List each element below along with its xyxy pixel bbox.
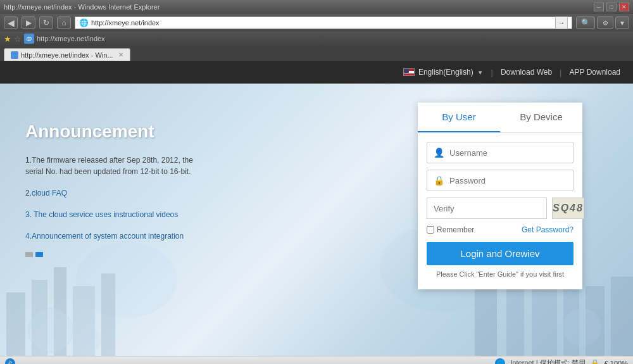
- tools-button[interactable]: ⚙: [597, 16, 613, 29]
- login-panel: By User By Device 👤 🔒 SQ48: [418, 103, 582, 289]
- zoom-level: € 100%: [605, 360, 628, 365]
- tab-by-device[interactable]: By Device: [500, 103, 582, 132]
- forward-button[interactable]: ▶: [22, 16, 35, 29]
- remember-row: Remember Get Password?: [427, 225, 573, 234]
- favorites-bar: ★ ☆ @ http://xmeye.net/index: [0, 32, 633, 46]
- announcement-item-1: 1.The firmware released after Sep 28th, …: [25, 154, 203, 177]
- tab-favicon: [11, 51, 18, 59]
- svg-rect-2: [6, 292, 25, 356]
- website-content: English(English) ▼ | Download Web | APP …: [0, 61, 633, 356]
- nav-divider: |: [491, 68, 493, 77]
- username-group[interactable]: 👤: [427, 142, 573, 163]
- tab-bar: http://xmeye.net/index - Win... ✕: [0, 46, 633, 61]
- announcement-list: 1.The firmware released after Sep 28th, …: [25, 154, 253, 242]
- status-globe-icon: 🌐: [495, 358, 505, 365]
- nav-bar: ◀ ▶ ↻ ⌂ 🌐 → 🔍 ⚙ ▼: [0, 14, 633, 32]
- svg-rect-12: [611, 277, 633, 356]
- cloud-faq-link[interactable]: cloud FAQ: [32, 189, 67, 198]
- title-bar-text: http://xmeye.net/index - Windows Interne…: [4, 3, 160, 11]
- verify-row: SQ48: [427, 198, 573, 219]
- close-button[interactable]: ✕: [619, 3, 629, 11]
- pagination: [25, 252, 253, 257]
- announcement-item-3[interactable]: 3. The cloud service uses instructional …: [25, 209, 203, 220]
- verify-input[interactable]: [427, 198, 547, 219]
- app-download-link[interactable]: APP Download: [570, 68, 621, 77]
- site-favicon: @: [24, 34, 34, 44]
- remember-left: Remember: [427, 225, 474, 234]
- svg-point-15: [563, 308, 601, 346]
- svg-rect-6: [101, 273, 115, 356]
- browser-window: http://xmeye.net/index - Windows Interne…: [0, 0, 633, 364]
- flag-blue: [404, 69, 409, 73]
- svg-rect-9: [532, 280, 557, 356]
- hero-section: Announcement 1.The firmware released aft…: [0, 84, 633, 356]
- svg-point-14: [76, 327, 101, 353]
- captcha-image[interactable]: SQ48: [552, 198, 584, 219]
- username-input[interactable]: [449, 148, 567, 158]
- get-password-link[interactable]: Get Password?: [522, 225, 573, 234]
- announcement-item-2[interactable]: 2.cloud FAQ: [25, 187, 203, 199]
- active-tab[interactable]: http://xmeye.net/index - Win... ✕: [4, 48, 130, 61]
- tab-close[interactable]: ✕: [118, 51, 123, 58]
- status-icon-lock: 🔒: [591, 359, 599, 364]
- login-form: 👤 🔒 SQ48 Remember: [418, 133, 582, 289]
- page-dot-1[interactable]: [25, 252, 33, 257]
- status-bar: e 🌐 Internet | 保护模式: 禁用 🔒 € 100%: [0, 356, 633, 364]
- address-fav-link[interactable]: http://xmeye.net/index: [37, 35, 105, 42]
- status-right: 🌐 Internet | 保护模式: 禁用 🔒 € 100%: [495, 358, 628, 365]
- announcement-title: Announcement: [25, 122, 253, 142]
- enter-guide-text: Please Click "Enter Guide" if you visit …: [427, 270, 573, 280]
- page-dot-2[interactable]: [35, 252, 43, 257]
- lock-icon: 🔒: [434, 175, 444, 185]
- search-button[interactable]: 🔍: [576, 16, 595, 29]
- svg-point-13: [28, 308, 73, 353]
- nav-divider-2: |: [560, 68, 561, 77]
- flag-icon: [403, 68, 415, 76]
- ann-item-2-text: 2.: [25, 189, 32, 198]
- status-left: e: [5, 358, 15, 365]
- refresh-button[interactable]: ↻: [39, 16, 53, 29]
- language-text: English(English): [418, 68, 473, 77]
- user-icon: 👤: [434, 147, 444, 158]
- language-selector[interactable]: English(English) ▼: [403, 68, 484, 77]
- cloud-service-link[interactable]: 3. The cloud service uses instructional …: [25, 210, 178, 219]
- address-input[interactable]: [91, 19, 553, 27]
- password-group[interactable]: 🔒: [427, 170, 573, 191]
- announcement-item-4[interactable]: 4.Announcement of system account integra…: [25, 230, 203, 242]
- remember-checkbox[interactable]: [427, 226, 434, 234]
- remember-label: Remember: [437, 225, 474, 234]
- add-favorite-star[interactable]: ★: [4, 34, 11, 44]
- ie-icon: e: [5, 358, 15, 365]
- status-zone-text: Internet | 保护模式: 禁用: [510, 358, 585, 364]
- account-integration-link[interactable]: 4.Announcement of system account integra…: [25, 232, 184, 241]
- download-web-link[interactable]: Download Web: [501, 68, 552, 77]
- title-bar: http://xmeye.net/index - Windows Interne…: [0, 0, 633, 14]
- login-button[interactable]: Login and Orewiev: [427, 242, 573, 265]
- go-button[interactable]: →: [555, 16, 568, 29]
- login-tabs: By User By Device: [418, 103, 582, 133]
- nav-extra-buttons: 🔍 ⚙ ▼: [576, 16, 629, 29]
- window-controls: ─ □ ✕: [594, 3, 629, 11]
- address-bar[interactable]: 🌐 →: [75, 16, 572, 29]
- password-input[interactable]: [449, 176, 567, 185]
- tab-title: http://xmeye.net/index - Win...: [21, 51, 113, 59]
- favorite-star-2[interactable]: ☆: [14, 34, 22, 44]
- minimize-button[interactable]: ─: [594, 3, 604, 11]
- back-button[interactable]: ◀: [4, 16, 18, 29]
- language-arrow: ▼: [477, 69, 484, 76]
- restore-button[interactable]: □: [606, 3, 617, 11]
- announcement-section: Announcement 1.The firmware released aft…: [25, 122, 253, 257]
- menu-button[interactable]: ▼: [615, 16, 629, 29]
- site-topnav: English(English) ▼ | Download Web | APP …: [0, 61, 633, 84]
- home-button[interactable]: ⌂: [57, 16, 71, 29]
- tab-by-user[interactable]: By User: [418, 103, 500, 132]
